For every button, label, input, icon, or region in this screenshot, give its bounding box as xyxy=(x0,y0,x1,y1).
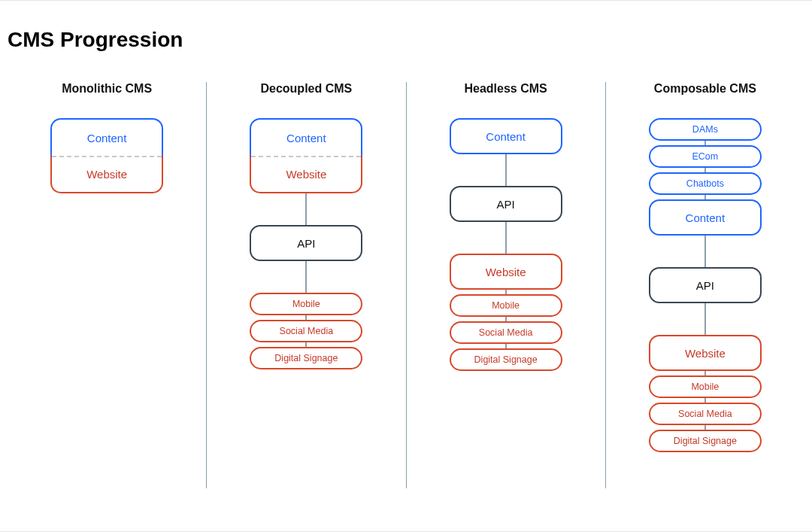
channel-pill-signage: Digital Signage xyxy=(450,348,562,371)
content-section: Content xyxy=(52,120,162,156)
channel-pill-social: Social Media xyxy=(450,321,562,344)
column-header: Composable CMS xyxy=(654,82,756,96)
channel-pill-signage: Digital Signage xyxy=(250,347,362,369)
column-header: Monolithic CMS xyxy=(62,82,152,96)
column-headless: Headless CMS Content API Website Mobile … xyxy=(407,82,606,488)
content-box: Content xyxy=(450,118,562,154)
connector-icon xyxy=(305,193,307,225)
content-box: Content xyxy=(649,199,762,236)
columns: Monolithic CMS Content Website Decoupled… xyxy=(8,82,804,488)
channel-pill-social: Social Media xyxy=(250,320,362,342)
column-composable: Composable CMS DAMs ECom Chatbots Conten… xyxy=(606,82,804,488)
api-box: API xyxy=(649,267,762,303)
website-section: Website xyxy=(251,156,361,192)
column-monolithic: Monolithic CMS Content Website xyxy=(8,82,207,488)
api-box: API xyxy=(450,186,562,222)
column-header: Decoupled CMS xyxy=(260,82,352,96)
channel-pill-mobile: Mobile xyxy=(250,293,362,315)
monolithic-box: Content Website xyxy=(250,118,362,193)
service-pill-chatbots: Chatbots xyxy=(649,172,762,195)
connector-icon xyxy=(505,154,507,186)
website-section: Website xyxy=(52,156,162,192)
connector-icon xyxy=(704,236,706,267)
service-pill-ecom: ECom xyxy=(649,145,762,168)
divider-icon xyxy=(52,156,162,157)
api-box: API xyxy=(250,225,362,261)
channel-pill-social: Social Media xyxy=(649,403,762,425)
connector-icon xyxy=(305,261,307,293)
divider-icon xyxy=(251,156,361,157)
page-title: CMS Progression xyxy=(8,28,804,52)
channel-pill-mobile: Mobile xyxy=(649,375,762,398)
content-section: Content xyxy=(251,120,361,156)
column-decoupled: Decoupled CMS Content Website API Mobile… xyxy=(207,82,406,488)
channel-pill-mobile: Mobile xyxy=(450,294,562,317)
channel-pill-signage: Digital Signage xyxy=(649,430,762,452)
service-pill-dams: DAMs xyxy=(649,118,762,141)
website-box: Website xyxy=(450,254,562,290)
monolithic-box: Content Website xyxy=(50,118,163,193)
connector-icon xyxy=(505,222,507,254)
website-box: Website xyxy=(649,335,762,371)
column-header: Headless CMS xyxy=(464,82,547,96)
connector-icon xyxy=(704,303,706,335)
